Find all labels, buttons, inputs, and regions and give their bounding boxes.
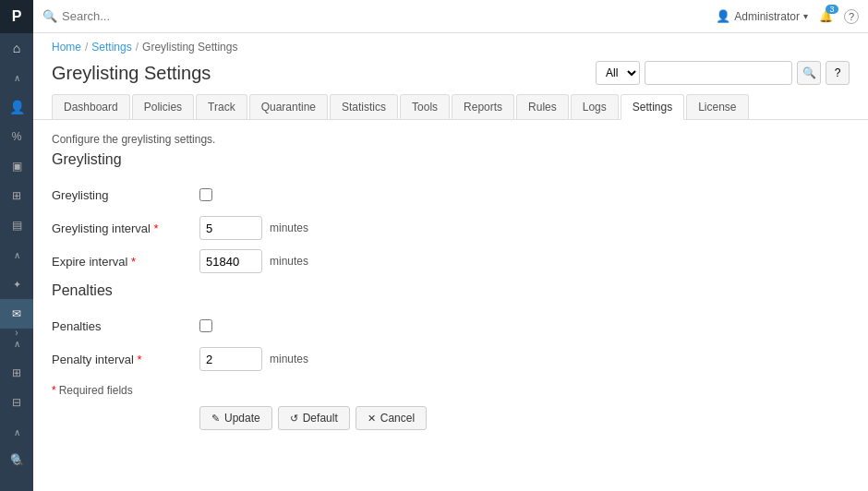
search-area: 🔍 xyxy=(42,9,706,23)
sidebar-item-modules[interactable]: ⊟ xyxy=(0,388,33,417)
tab-dashboard[interactable]: Dashboard xyxy=(52,94,130,119)
sidebar-item-home[interactable]: ⌂ xyxy=(0,33,33,63)
penalty-interval-input[interactable] xyxy=(199,347,262,371)
action-buttons: ✎ Update ↺ Default ✕ Cancel xyxy=(52,406,850,430)
user-chevron-icon: ▾ xyxy=(803,11,808,21)
penalties-label: Penalties xyxy=(52,319,199,333)
notifications-bell[interactable]: 🔔 3 xyxy=(819,10,833,23)
sidebar-item-percent[interactable]: % xyxy=(0,122,33,151)
greylisting-control xyxy=(199,188,212,201)
penalties-checkbox[interactable] xyxy=(199,319,212,332)
update-button[interactable]: ✎ Update xyxy=(199,406,272,430)
sidebar-item-grid[interactable]: ⊞ xyxy=(0,181,33,210)
cancel-icon: ✕ xyxy=(368,413,376,425)
penalties-section: Penalties Penalties Penalty interval * m… xyxy=(52,282,850,371)
penalty-interval-row: Penalty interval * minutes xyxy=(52,347,850,371)
breadcrumb-settings[interactable]: Settings xyxy=(91,41,131,54)
filter-search-button[interactable]: 🔍 xyxy=(797,61,821,85)
filter-input[interactable] xyxy=(645,61,792,85)
sidebar-item-star[interactable]: ✦ xyxy=(0,269,33,299)
expire-interval-unit: minutes xyxy=(270,255,308,268)
header-filter: All 🔍 ? xyxy=(596,61,850,85)
topbar-right: 👤 Administrator ▾ 🔔 3 ? xyxy=(716,8,859,24)
greylisting-interval-input[interactable] xyxy=(199,216,262,240)
greylisting-interval-row: Greylisting interval * minutes xyxy=(52,216,850,240)
penalty-interval-required: * xyxy=(138,353,142,366)
greylisting-checkbox[interactable] xyxy=(199,188,212,201)
expire-interval-input[interactable] xyxy=(199,249,262,273)
sidebar-item-monitor[interactable]: ▣ xyxy=(0,151,33,181)
tab-settings[interactable]: Settings xyxy=(621,94,684,120)
greylisting-interval-control: minutes xyxy=(199,216,308,240)
greylisting-interval-label: Greylisting interval * xyxy=(52,222,199,235)
filter-help-button[interactable]: ? xyxy=(826,61,850,85)
expire-interval-label: Expire interval * xyxy=(52,255,199,269)
filter-select[interactable]: All xyxy=(596,61,640,85)
expire-interval-row: Expire interval * minutes xyxy=(52,249,850,273)
required-text: Required fields xyxy=(59,384,133,397)
cancel-label: Cancel xyxy=(380,412,415,425)
tab-license[interactable]: License xyxy=(686,94,748,119)
required-star: * xyxy=(52,384,56,397)
search-input[interactable] xyxy=(62,9,247,23)
sidebar-item-grid2[interactable]: ⊞ xyxy=(0,358,33,388)
sidebar-item-chevron-up4[interactable]: ∧ xyxy=(0,417,33,447)
penalty-interval-control: minutes xyxy=(199,347,308,371)
tab-rules[interactable]: Rules xyxy=(516,94,569,119)
sidebar-expand-arrow[interactable]: › xyxy=(0,321,33,343)
penalty-interval-unit: minutes xyxy=(270,353,308,365)
form-area: Configure the greylisting settings. Grey… xyxy=(33,120,868,443)
main-content: 🔍 👤 Administrator ▾ 🔔 3 ? Home / Setting… xyxy=(33,0,868,491)
sidebar-item-users[interactable]: 👤 xyxy=(0,92,33,122)
default-button[interactable]: ↺ Default xyxy=(278,406,350,430)
default-label: Default xyxy=(303,412,338,425)
tab-tools[interactable]: Tools xyxy=(400,94,450,119)
form-description: Configure the greylisting settings. xyxy=(52,133,850,146)
content-area: Home / Settings / Greylisting Settings G… xyxy=(33,33,868,491)
update-icon: ✎ xyxy=(211,413,220,425)
user-menu[interactable]: 👤 Administrator ▾ xyxy=(716,9,808,23)
filter-search-icon: 🔍 xyxy=(802,66,816,79)
search-icon: 🔍 xyxy=(42,9,57,23)
help-button[interactable]: ? xyxy=(844,8,859,24)
page-header: Greylisting Settings All 🔍 ? xyxy=(33,57,868,94)
sidebar-logo[interactable]: P xyxy=(0,0,33,33)
greylisting-interval-unit: minutes xyxy=(270,222,308,234)
breadcrumb-home[interactable]: Home xyxy=(52,41,81,54)
tabs-bar: Dashboard Policies Track Quarantine Stat… xyxy=(33,94,868,120)
cancel-button[interactable]: ✕ Cancel xyxy=(356,406,427,430)
breadcrumb-current: Greylisting Settings xyxy=(142,41,237,54)
user-icon: 👤 xyxy=(716,9,730,23)
sidebar: P ⌂ ∧ 👤 % ▣ ⊞ ▤ ∧ ✦ ✉ ∧ ⊞ ⊟ ∧ ⚙ › 🔍 xyxy=(0,0,33,491)
topbar: 🔍 👤 Administrator ▾ 🔔 3 ? xyxy=(33,0,868,33)
tab-statistics[interactable]: Statistics xyxy=(330,94,398,119)
sidebar-item-chevron-up2[interactable]: ∧ xyxy=(0,240,33,269)
penalties-row: Penalties xyxy=(52,314,850,338)
user-label: Administrator xyxy=(734,10,800,23)
greylisting-section-title: Greylisting xyxy=(52,151,850,172)
expire-interval-required: * xyxy=(131,255,136,269)
breadcrumb: Home / Settings / Greylisting Settings xyxy=(33,33,868,57)
penalty-interval-label: Penalty interval * xyxy=(52,353,199,366)
sidebar-item-table[interactable]: ▤ xyxy=(0,210,33,240)
penalties-control xyxy=(199,319,212,332)
bell-badge: 3 xyxy=(826,5,838,14)
help-icon: ? xyxy=(844,9,859,24)
greylisting-label: Greylisting xyxy=(52,188,199,202)
tab-track[interactable]: Track xyxy=(196,94,247,119)
tab-policies[interactable]: Policies xyxy=(132,94,194,119)
breadcrumb-sep1: / xyxy=(85,41,88,54)
sidebar-item-chevron-up[interactable]: ∧ xyxy=(0,63,33,92)
update-label: Update xyxy=(224,412,260,425)
tab-reports[interactable]: Reports xyxy=(452,94,514,119)
penalties-section-title: Penalties xyxy=(52,282,850,303)
default-icon: ↺ xyxy=(290,413,298,425)
sidebar-search-icon[interactable]: 🔍 xyxy=(0,447,33,473)
tab-logs[interactable]: Logs xyxy=(571,94,619,119)
tab-quarantine[interactable]: Quarantine xyxy=(249,94,328,119)
required-note: * Required fields xyxy=(52,384,850,397)
filter-help-icon: ? xyxy=(835,66,841,79)
page-title: Greylisting Settings xyxy=(52,63,211,84)
greylisting-interval-required: * xyxy=(154,222,159,235)
greylisting-row: Greylisting xyxy=(52,183,850,207)
